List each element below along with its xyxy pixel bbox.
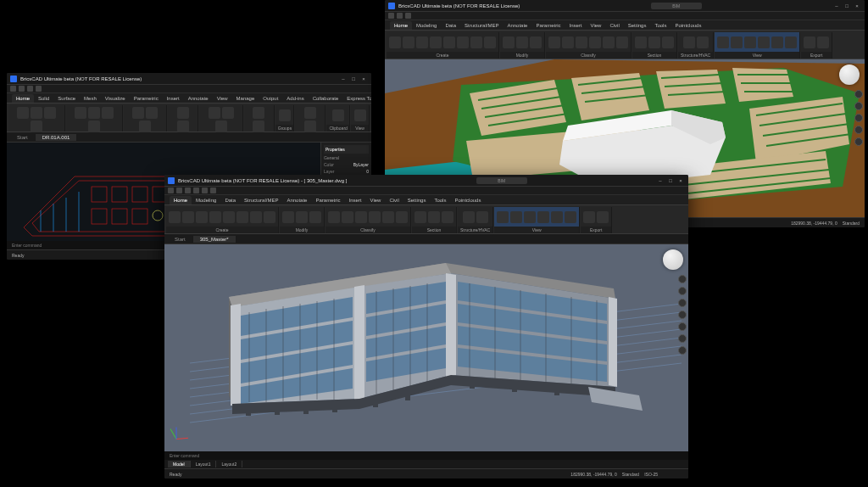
ribbon-tab-pointclouds[interactable]: Pointclouds [450,196,485,204]
tool-compositions-and-links[interactable] [758,36,770,48]
tool-base[interactable] [354,109,366,121]
tool-reflected-ceiling-plan[interactable] [442,211,453,223]
tool-reflected-ceiling-plan[interactable] [662,36,674,48]
tool-drag[interactable] [503,36,515,48]
undo-icon[interactable] [397,13,403,19]
tool-level-of-detail[interactable] [510,211,522,223]
ribbon-tab-data[interactable]: Data [220,196,240,204]
ribbon-tab-structural-mep[interactable]: Structural/MEP [240,196,282,204]
tool-attach-spatial-location[interactable] [616,36,628,48]
ribbon-tab-collaborate[interactable]: Collaborate [309,94,343,103]
plot-icon[interactable] [36,86,42,92]
tool-column[interactable] [457,36,469,48]
tool-autoupdate[interactable] [576,36,587,48]
tool-insert[interactable] [484,36,496,48]
tool-circle[interactable] [44,107,56,119]
ribbon-tab-home[interactable]: Home [390,21,412,30]
ribbon-tab-add-ins[interactable]: Add-ins [282,94,308,103]
tool-autoupdate[interactable] [355,211,367,223]
ribbon-tab-insert[interactable]: Insert [565,21,586,30]
minimize-button[interactable]: – [339,75,348,83]
tool-render-material[interactable] [524,211,536,223]
orbit-icon[interactable] [854,90,863,98]
ribbon-tab-parametric[interactable]: Parametric [130,94,163,103]
ribbon-tab-modeling[interactable]: Modeling [192,196,220,204]
search-field[interactable]: BIM [651,3,702,9]
ribbon-tab-output[interactable]: Output [259,94,282,103]
zoom-icon[interactable] [854,114,863,122]
tool-rotate[interactable] [102,107,114,119]
ribbon-tab-home[interactable]: Home [170,196,192,204]
visualstyle-icon[interactable] [854,137,863,146]
tool-export-to-ifc[interactable] [597,211,609,223]
maximize-button[interactable]: □ [666,176,675,185]
close-button[interactable]: × [676,176,685,185]
look-icon[interactable] [854,126,863,134]
ribbon-tab-parametric[interactable]: Parametric [531,21,565,30]
ribbon-tab-tools[interactable]: Tools [650,21,670,30]
tool-render-material[interactable] [744,36,756,48]
tab-document[interactable]: 305_Master* [193,236,236,243]
tool-structural[interactable] [683,36,695,48]
ribbon-tab-home[interactable]: Home [12,94,34,103]
tab-layout2[interactable]: Layout2 [216,461,242,467]
ribbon-tab-solid[interactable]: Solid [34,94,53,103]
redo-icon[interactable] [202,188,208,193]
tool-structural[interactable] [463,211,475,223]
open-icon[interactable] [176,188,182,193]
tool-detail[interactable] [415,211,426,223]
tool-curtain-wall[interactable] [250,211,262,223]
tool-copy[interactable] [88,107,100,119]
tool-auto-parametrize[interactable] [382,211,394,223]
undo-icon[interactable] [193,188,199,193]
maximize-button[interactable]: □ [349,75,358,83]
ribbon-tab-manage[interactable]: Manage [232,94,259,103]
ribbon-tab-civil[interactable]: Civil [605,21,623,30]
tool-propagate[interactable] [589,36,601,48]
tool-automatch[interactable] [562,36,574,48]
ribbon-tab-annotate[interactable]: Annotate [184,94,213,103]
plot-icon[interactable] [210,188,216,193]
tool-quickdraw[interactable] [389,36,401,48]
minimize-button[interactable]: – [832,2,841,10]
tool-hvac[interactable] [697,36,709,48]
undo-icon[interactable] [19,86,25,92]
tool-auto-parametrize[interactable] [603,36,615,48]
tool-ifc[interactable] [804,36,815,48]
tab-document[interactable]: DR.01A.001 [36,134,78,141]
minimize-button[interactable]: – [656,176,665,185]
ribbon-tab-structural-mep[interactable]: Structural/MEP [460,21,503,30]
ribbon-tab-parametric[interactable]: Parametric [311,196,344,204]
ribbon-tab-data[interactable]: Data [441,21,460,30]
workspace-selector[interactable]: BIM [476,177,527,184]
tool-group[interactable] [279,109,291,121]
tool-detail[interactable] [635,36,647,48]
tool-slab[interactable] [223,211,235,223]
new-icon[interactable] [168,188,174,193]
tab-start[interactable]: Start [168,236,193,243]
tool-bylayer[interactable] [253,120,264,132]
tool-export-to-ifc[interactable] [817,36,829,48]
tool-polysolid[interactable] [403,36,415,48]
visualstyle-icon[interactable] [678,334,687,343]
tool-slab[interactable] [443,36,455,48]
save-icon[interactable] [185,188,191,193]
ribbon-tab-annotate[interactable]: Annotate [503,21,531,30]
tool-propagate[interactable] [369,211,381,223]
tab-model[interactable]: Model [168,461,191,467]
ribbon-tab-insert[interactable]: Insert [344,196,365,204]
tool-select[interactable] [304,120,316,132]
tool-text[interactable] [132,107,144,119]
tool-classify[interactable] [548,36,560,48]
tool-automatch[interactable] [342,211,353,223]
tool-display-sides[interactable] [551,211,563,223]
tool-match[interactable] [253,107,264,119]
isolate-icon[interactable] [678,322,687,331]
viewport-3d-building[interactable] [164,244,688,451]
close-button[interactable]: × [359,75,368,83]
tool-copy[interactable] [530,36,542,48]
ribbon-tab-visualize[interactable]: Visualize [101,94,130,103]
ribbon-tab-mesh[interactable]: Mesh [80,94,101,103]
tool-classify[interactable] [328,211,340,223]
tool-attach-spatial-location[interactable] [396,211,408,223]
